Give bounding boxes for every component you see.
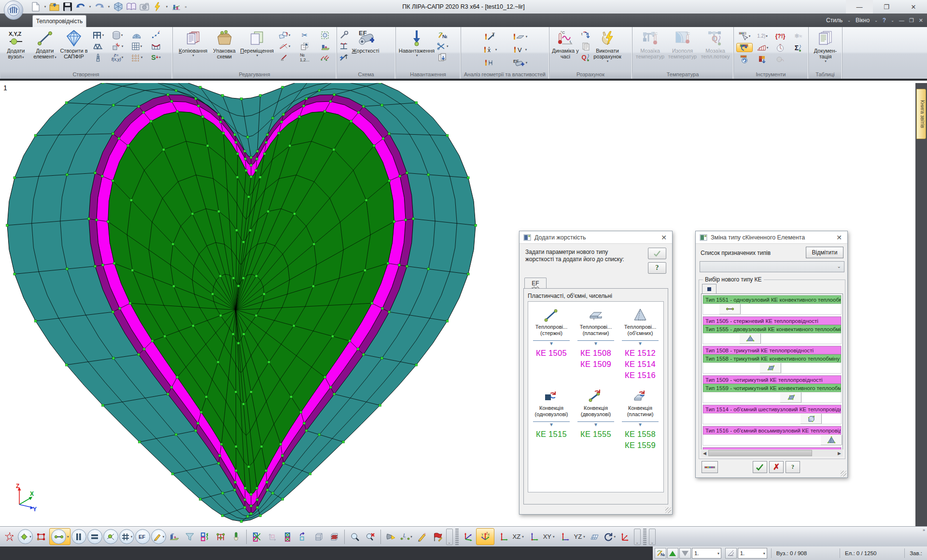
arch-generator-icon[interactable] [147,42,165,51]
run-calculation-dropdown[interactable]: ▾ [165,1,169,13]
tower-generator-icon[interactable] [89,53,107,62]
scrollbar-thumb[interactable] [708,450,812,456]
scroll-left-icon[interactable]: ◀ [701,451,708,456]
intersect-rods-icon[interactable]: T [339,53,349,62]
horizontal-scrollbar[interactable]: ◀ ▶ [701,449,843,457]
select-elements-dropdown[interactable]: ▾ [67,535,69,539]
mirror-icon[interactable]: ▾ [275,42,294,51]
edit-pencil-button[interactable] [415,529,429,544]
fe-type-row[interactable]: Тип 1555 - двовузловий КЕ конвективного … [703,325,841,333]
mesh-refine-icon[interactable]: ▾ [127,42,146,51]
numbering-icon[interactable]: 1.2)▾ [754,31,771,41]
fe-family-item[interactable]: Конвекція(пластини)▼КЕ 1558КЕ 1559 [618,388,662,451]
flag-notes-button[interactable] [430,529,445,544]
doc-close-button[interactable]: ✕ [919,17,923,24]
dialog-help-button[interactable]: ? [786,461,800,473]
palette-button[interactable] [702,461,718,473]
measure-distance-dropdown[interactable]: ▾ [410,535,412,539]
stopwatch-icon[interactable] [772,43,789,52]
select-grid-lines-dropdown[interactable]: ▾ [131,535,133,539]
view-dimetry-active[interactable]: YZX [476,528,494,545]
node-scatter-icon[interactable] [147,30,165,40]
fe-family-item[interactable]: Конвекція(двовузлові)▼КЕ 1555 [574,388,618,451]
spatial-model-button[interactable] [112,1,124,13]
new-document-dropdown[interactable]: ▾ [43,1,47,13]
trajectory-icon[interactable] [315,53,335,62]
ef-tab[interactable]: EF [524,278,547,289]
cylinder-generator-icon[interactable]: ▾ [108,30,126,40]
move-button[interactable]: Переміщення▾ [240,28,274,70]
redo-button[interactable] [94,1,105,13]
pyramid-type-icon[interactable] [821,435,842,445]
resize-grip[interactable] [665,507,671,513]
select-walls-3d-button[interactable] [167,529,182,544]
assembly-icon[interactable] [315,42,335,51]
time-dynamics-button[interactable]: °Ct Динаміка у часі [551,28,579,70]
save-button[interactable] [62,1,73,13]
help-menu[interactable]: ? [883,17,886,24]
view-dimetry-button[interactable]: YZX [478,529,492,544]
pack-scheme-button[interactable]: Упаковка схеми [210,28,239,70]
hide-unselected-button[interactable] [281,529,295,544]
scale-combobox[interactable]: 1.▾ [692,548,721,559]
renumber-status-icon[interactable]: № [655,548,666,559]
fe-type-row[interactable]: Тип 1508 - трикутний КЕ теплопровідності [703,346,841,354]
new-document-button[interactable] [30,1,42,13]
view-xz-dropdown[interactable]: ▾ [522,535,524,539]
copy-fragment-icon[interactable] [295,42,314,51]
select-vertical-plates-button[interactable] [71,529,86,544]
ke-number[interactable]: КЕ 1509 [580,359,611,370]
load-scissors-icon[interactable]: ▾ [436,42,449,51]
stiffness-button[interactable]: EF Жорсткості [350,28,381,70]
scissors-icon[interactable]: ✂ [295,30,314,40]
restore-button[interactable]: ❐ [873,0,900,14]
scroll-right-icon[interactable]: ▶ [836,451,843,456]
fe-family-item[interactable]: Теплопрові...(об'ємних)▼КЕ 1512КЕ 1514КЕ… [618,307,662,381]
documentation-button[interactable]: Докумен-тація▾ [811,28,840,70]
resize-grip[interactable] [841,471,846,476]
toolbar-collapse-strip[interactable]: ⌄ [634,529,641,545]
heat-q-icon[interactable]: Q [580,53,591,62]
apply-button[interactable] [753,461,767,473]
ke-number[interactable]: КЕ 1512 [625,348,656,359]
dome-generator-icon[interactable] [127,30,146,40]
rod-info-icon[interactable]: T [477,32,504,41]
book-button[interactable] [126,1,137,13]
redo-dropdown[interactable]: ▾ [107,1,111,13]
epure-icon[interactable]: ▾ [754,43,771,52]
fe-type-list[interactable]: Тип 1551 - одновузловий КЕ конвективного… [701,294,843,450]
selection-filter-button[interactable] [183,529,197,544]
node-coords-icon[interactable]: x̊▾ [477,45,504,54]
quad-type-icon[interactable] [780,392,801,403]
type-category-tab[interactable] [702,284,716,294]
invert-selection-button[interactable] [198,529,212,544]
view-xy-button[interactable]: XY▾ [527,529,555,544]
fe-type-row[interactable]: Тип 1505 - стержневий КЕ теплопровідност… [703,317,841,325]
volume-info-icon[interactable]: V▾ [506,45,534,54]
undo-dropdown[interactable]: ▾ [88,1,92,13]
projection-plane-button[interactable] [587,529,602,544]
ke-number[interactable]: КЕ 1508 [580,348,611,359]
close-icon[interactable]: ✕ [835,234,843,241]
ke-number[interactable]: КЕ 1515 [536,429,567,440]
ke-number[interactable]: КЕ 1516 [625,370,656,381]
load-number-icon[interactable]: № [436,30,449,40]
calc-protocol-icon[interactable] [580,42,591,51]
fe-type-row[interactable]: Тип 1551 - одновузловий КЕ конвективного… [703,295,841,304]
erase-icon[interactable] [275,53,294,62]
prism-type-icon[interactable] [801,414,822,424]
tab-thermal-conductivity[interactable]: Теплопровідність [32,15,86,27]
rotate-copy-icon[interactable]: ▾ [275,30,294,40]
select-elements-button[interactable] [51,529,66,544]
draw-selection-button[interactable]: ▾ [151,529,166,544]
open-button[interactable] [49,1,60,13]
select-nodes-dropdown[interactable]: ▾ [29,535,31,539]
view-isometry-button[interactable] [461,529,475,544]
style-menu[interactable]: Стиль [826,17,843,24]
view-xz-button[interactable]: XZ▾ [496,529,524,544]
select-elements-active[interactable]: ▾ [49,528,70,545]
add-stiffness-dialog-titlebar[interactable]: Додати жорсткість ✕ [520,231,672,244]
scale-down-button[interactable] [679,548,691,559]
draw-selection-dropdown[interactable]: ▾ [163,535,165,539]
truss-generator-icon[interactable] [89,42,107,51]
